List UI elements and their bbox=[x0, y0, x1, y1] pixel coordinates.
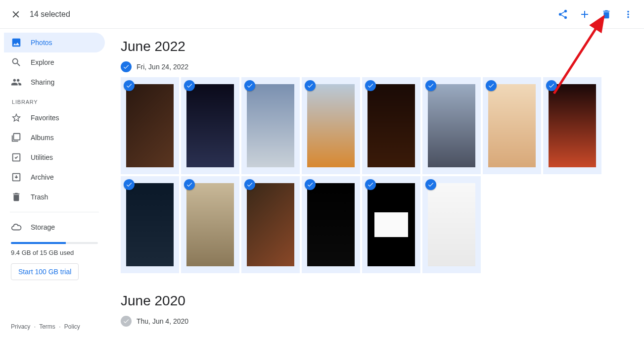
photo-select-check[interactable] bbox=[425, 80, 436, 91]
search-icon bbox=[11, 57, 22, 68]
photo-select-check[interactable] bbox=[305, 80, 316, 91]
more-vert-icon bbox=[623, 9, 634, 20]
album-icon bbox=[11, 132, 22, 143]
sidebar-item-favorites[interactable]: Favorites bbox=[4, 108, 105, 128]
delete-button[interactable] bbox=[597, 4, 616, 24]
photo-grid bbox=[121, 77, 628, 273]
month-header: June 2020 bbox=[121, 293, 628, 309]
photo-thumbnail[interactable] bbox=[543, 77, 601, 174]
sidebar-item-utilities[interactable]: Utilities bbox=[4, 147, 105, 167]
archive-icon bbox=[11, 172, 22, 183]
utilities-icon bbox=[11, 152, 22, 163]
sidebar-item-photos[interactable]: Photos bbox=[4, 33, 105, 52]
trash-icon bbox=[11, 192, 22, 202]
sidebar-label: Sharing bbox=[31, 78, 54, 86]
footer-privacy[interactable]: Privacy bbox=[11, 323, 30, 330]
topbar: 14 selected bbox=[0, 0, 644, 29]
date-select-check[interactable] bbox=[121, 316, 132, 327]
photo-thumbnail[interactable] bbox=[362, 176, 420, 273]
trash-icon bbox=[601, 9, 612, 20]
sidebar-label: Storage bbox=[31, 223, 55, 231]
sidebar: Photos Explore Sharing LIBRARY Favorites… bbox=[0, 29, 109, 341]
star-icon bbox=[11, 112, 22, 123]
sidebar-item-albums[interactable]: Albums bbox=[4, 128, 105, 147]
photo-select-check[interactable] bbox=[365, 80, 376, 91]
photo-thumbnail[interactable] bbox=[181, 176, 239, 273]
sidebar-item-archive[interactable]: Archive bbox=[4, 167, 105, 187]
close-button[interactable] bbox=[6, 4, 26, 24]
photo-select-check[interactable] bbox=[124, 179, 135, 190]
date-row[interactable]: Thu, Jun 4, 2020 bbox=[121, 316, 628, 327]
photo-thumbnail[interactable] bbox=[121, 176, 179, 273]
month-header: June 2022 bbox=[121, 39, 628, 54]
date-label: Fri, Jun 24, 2022 bbox=[137, 63, 188, 71]
photo-thumbnail[interactable] bbox=[241, 77, 300, 174]
photo-thumbnail[interactable] bbox=[302, 176, 360, 273]
date-row[interactable]: Fri, Jun 24, 2022 bbox=[121, 61, 628, 72]
photo-select-check[interactable] bbox=[546, 80, 557, 91]
storage-bar bbox=[11, 242, 98, 244]
footer-links: Privacy · Terms · Policy bbox=[0, 316, 109, 337]
sharing-icon bbox=[11, 77, 22, 88]
photo-select-check[interactable] bbox=[124, 80, 135, 91]
sidebar-label: Albums bbox=[31, 134, 54, 142]
close-icon bbox=[10, 9, 21, 20]
photo-select-check[interactable] bbox=[365, 179, 376, 190]
sidebar-item-trash[interactable]: Trash bbox=[4, 187, 105, 207]
storage-text: 9.4 GB of 15 GB used bbox=[11, 249, 98, 256]
sidebar-item-storage[interactable]: Storage bbox=[4, 217, 105, 237]
photo-thumbnail[interactable] bbox=[121, 77, 179, 174]
photo-select-check[interactable] bbox=[184, 80, 195, 91]
share-button[interactable] bbox=[553, 4, 573, 24]
cloud-icon bbox=[11, 222, 22, 233]
sidebar-label: Archive bbox=[31, 173, 54, 181]
sidebar-label: Explore bbox=[31, 58, 54, 66]
photo-thumbnail[interactable] bbox=[422, 176, 481, 273]
svg-rect-0 bbox=[14, 134, 20, 140]
sidebar-item-sharing[interactable]: Sharing bbox=[4, 72, 105, 92]
photo-select-check[interactable] bbox=[244, 80, 255, 91]
add-button[interactable] bbox=[575, 4, 595, 24]
photo-thumbnail[interactable] bbox=[181, 77, 239, 174]
photo-select-check[interactable] bbox=[486, 80, 497, 91]
main-content[interactable]: June 2022Fri, Jun 24, 2022June 2020Thu, … bbox=[109, 29, 644, 341]
date-label: Thu, Jun 4, 2020 bbox=[137, 317, 188, 325]
more-button[interactable] bbox=[618, 4, 638, 24]
sidebar-label: Utilities bbox=[31, 153, 53, 161]
footer-terms[interactable]: Terms bbox=[39, 323, 55, 330]
photo-thumbnail[interactable] bbox=[422, 77, 481, 174]
photo-icon bbox=[11, 37, 22, 48]
library-section-label: LIBRARY bbox=[0, 92, 109, 108]
photo-select-check[interactable] bbox=[305, 179, 316, 190]
photo-thumbnail[interactable] bbox=[483, 77, 541, 174]
photo-select-check[interactable] bbox=[184, 179, 195, 190]
photo-thumbnail[interactable] bbox=[302, 77, 360, 174]
selection-count: 14 selected bbox=[30, 10, 553, 19]
storage-trial-button[interactable]: Start 100 GB trial bbox=[11, 263, 79, 280]
photo-select-check[interactable] bbox=[244, 179, 255, 190]
photo-thumbnail[interactable] bbox=[241, 176, 300, 273]
plus-icon bbox=[579, 8, 591, 20]
date-select-check[interactable] bbox=[121, 61, 132, 72]
sidebar-label: Favorites bbox=[31, 114, 59, 122]
sidebar-label: Photos bbox=[31, 39, 52, 47]
share-icon bbox=[557, 9, 568, 20]
sidebar-item-explore[interactable]: Explore bbox=[4, 52, 105, 72]
photo-thumbnail[interactable] bbox=[362, 77, 420, 174]
footer-policy[interactable]: Policy bbox=[64, 323, 80, 330]
sidebar-label: Trash bbox=[31, 193, 48, 201]
photo-select-check[interactable] bbox=[425, 179, 436, 190]
